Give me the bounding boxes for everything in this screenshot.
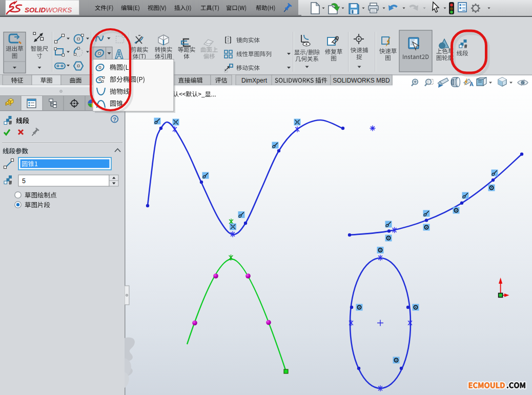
svg-text:SOLIDWORKS: SOLIDWORKS bbox=[25, 6, 72, 14]
svg-text:A: A bbox=[469, 81, 474, 87]
svg-text:5: 5 bbox=[22, 177, 26, 185]
svg-text:DimXpert: DimXpert bbox=[241, 77, 268, 84]
svg-text:SOLIDWORKS MBD: SOLIDWORKS MBD bbox=[333, 77, 390, 84]
svg-text:?: ? bbox=[113, 116, 116, 123]
